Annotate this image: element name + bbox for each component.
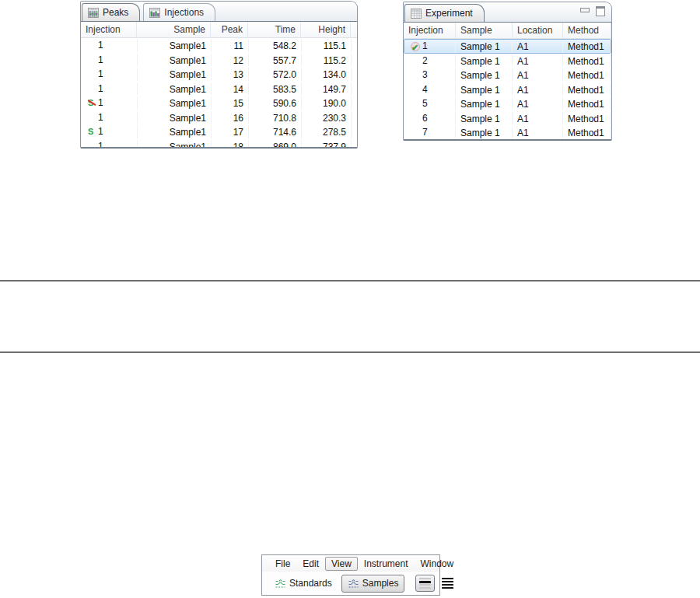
toolbar: Standards Samples bbox=[262, 572, 439, 595]
injection-value: 1 bbox=[98, 111, 103, 124]
standard-marker-icon bbox=[88, 40, 98, 51]
cell-filler bbox=[352, 96, 358, 110]
table-row[interactable]: 1 Sample1 17 714.6 278.5 bbox=[81, 124, 357, 139]
cell-sample: Sample 1 bbox=[456, 83, 513, 96]
injection-value: 1 bbox=[98, 68, 103, 81]
table-row[interactable]: 1 Sample1 15 590.6 190.0 bbox=[81, 96, 357, 110]
cell-injection: 1 bbox=[82, 54, 138, 67]
cell-filler bbox=[352, 125, 358, 138]
green-check-circle-icon bbox=[410, 54, 422, 66]
standard-marker-icon bbox=[88, 54, 98, 65]
cell-filler bbox=[352, 68, 358, 81]
menu-item-file[interactable]: File bbox=[269, 557, 296, 571]
cell-height: 115.1 bbox=[302, 39, 352, 52]
table-row[interactable]: 1 Sample1 14 583.5 149.7 bbox=[81, 82, 357, 96]
single-trace-view-icon bbox=[419, 578, 431, 589]
experiment-table: Injection Sample Location Method 1 Sampl… bbox=[404, 23, 611, 140]
column-header-method[interactable]: Method bbox=[563, 23, 611, 38]
standard-marker-icon bbox=[88, 97, 98, 108]
single-trace-view-button[interactable] bbox=[415, 575, 435, 592]
maximize-icon[interactable] bbox=[596, 6, 605, 16]
table-row[interactable]: 1 Sample1 12 557.7 115.2 bbox=[81, 53, 357, 68]
stacked-traces-view-button[interactable] bbox=[438, 575, 457, 593]
table-row[interactable]: 1 Sample1 13 572.0 134.0 bbox=[81, 67, 357, 82]
standards-button-label: Standards bbox=[289, 578, 332, 589]
cell-injection: 1 bbox=[82, 125, 138, 138]
column-header-sample[interactable]: Sample bbox=[137, 22, 211, 37]
table-row[interactable]: 7 Sample 1 A1 Method1 bbox=[404, 125, 611, 140]
table-row[interactable]: 6 Sample 1 A1 Method1 bbox=[404, 111, 611, 126]
tab-experiment-label: Experiment bbox=[425, 8, 473, 19]
samples-button-label: Samples bbox=[362, 578, 399, 589]
standard-marker-icon bbox=[88, 112, 98, 123]
column-header-sample[interactable]: Sample bbox=[456, 23, 513, 38]
cell-injection: 5 bbox=[404, 97, 456, 110]
column-header-injection[interactable]: Injection bbox=[81, 22, 137, 37]
cell-sample: Sample 1 bbox=[456, 126, 513, 139]
experiment-panel: Experiment Injection Sample Location Met… bbox=[403, 2, 612, 141]
cell-sample: Sample 1 bbox=[456, 112, 513, 125]
tab-injections[interactable]: Injections bbox=[143, 3, 215, 21]
standards-toggle-button[interactable]: Standards bbox=[268, 575, 338, 593]
cell-location: A1 bbox=[513, 40, 563, 53]
cell-injection: 1 bbox=[82, 82, 138, 96]
injection-value: 5 bbox=[422, 97, 428, 110]
green-check-circle-icon bbox=[410, 69, 422, 81]
cell-injection: 6 bbox=[404, 112, 456, 125]
samples-toggle-button[interactable]: Samples bbox=[341, 575, 405, 593]
menu-item-window[interactable]: Window bbox=[415, 557, 460, 571]
cell-method: Method1 bbox=[563, 54, 611, 68]
cell-sample: Sample1 bbox=[138, 54, 212, 67]
green-check-circle-icon bbox=[410, 127, 422, 138]
cell-location: A1 bbox=[513, 68, 563, 82]
column-header-injection[interactable]: Injection bbox=[404, 23, 456, 38]
column-header-peak[interactable]: Peak bbox=[211, 22, 248, 37]
table-grid-icon bbox=[88, 8, 99, 18]
cell-sample: Sample1 bbox=[138, 111, 212, 124]
cell-injection: 7 bbox=[404, 126, 456, 139]
injection-value: 2 bbox=[422, 54, 428, 68]
stacked-traces-view-icon bbox=[442, 578, 453, 589]
cell-time: 583.5 bbox=[249, 82, 302, 96]
minimize-icon[interactable] bbox=[580, 8, 590, 12]
table-row[interactable]: 1 Sample1 11 548.2 115.1 bbox=[81, 38, 357, 53]
cell-sample: Sample1 bbox=[138, 96, 212, 110]
cell-height: 278.5 bbox=[302, 125, 352, 138]
cell-injection: 1 bbox=[404, 40, 456, 53]
tab-peaks[interactable]: Peaks bbox=[82, 3, 140, 21]
table-row[interactable]: 4 Sample 1 A1 Method1 bbox=[404, 82, 611, 97]
table-row[interactable]: 1 Sample1 16 710.8 230.3 bbox=[81, 110, 357, 125]
cell-injection: 4 bbox=[404, 83, 456, 96]
cell-sample: Sample1 bbox=[138, 82, 212, 96]
peaks-table-body: 1 Sample1 11 548.2 115.1 1 Sample1 12 bbox=[81, 38, 357, 149]
tab-experiment[interactable]: Experiment bbox=[404, 4, 485, 22]
injection-value: 6 bbox=[422, 112, 428, 125]
cell-method: Method1 bbox=[563, 40, 611, 53]
cell-method: Method1 bbox=[563, 126, 611, 139]
cell-injection: 1 bbox=[82, 140, 138, 149]
cell-height: 149.7 bbox=[302, 82, 352, 96]
menu-item-edit[interactable]: Edit bbox=[296, 557, 325, 571]
table-row[interactable]: 1 Sample1 18 869.0 737.9 bbox=[81, 139, 357, 149]
column-header-location[interactable]: Location bbox=[513, 23, 563, 38]
panel-window-buttons bbox=[580, 6, 605, 16]
table-row[interactable]: 1 Sample 1 A1 Method1 bbox=[404, 39, 611, 54]
cell-sample: Sample 1 bbox=[456, 68, 513, 82]
table-row[interactable]: 3 Sample 1 A1 Method1 bbox=[404, 68, 611, 82]
injection-value: 1 bbox=[98, 96, 103, 110]
menu-item-instrument[interactable]: Instrument bbox=[358, 557, 415, 571]
green-check-circle-icon bbox=[410, 112, 422, 124]
injection-value: 3 bbox=[422, 68, 428, 82]
menu-item-view[interactable]: View bbox=[325, 557, 358, 571]
column-header-time[interactable]: Time bbox=[248, 22, 301, 37]
injection-value: 1 bbox=[98, 125, 103, 138]
table-row[interactable]: 5 Sample 1 A1 Method1 bbox=[404, 96, 611, 111]
cell-filler bbox=[352, 54, 358, 67]
injection-value: 1 bbox=[422, 40, 428, 53]
table-grid-icon bbox=[149, 8, 160, 18]
table-row[interactable]: 2 Sample 1 A1 Method1 bbox=[404, 54, 611, 68]
column-header-height[interactable]: Height bbox=[301, 22, 351, 37]
tab-injections-label: Injections bbox=[164, 7, 204, 18]
cell-sample: Sample1 bbox=[138, 125, 212, 138]
cell-injection: 1 bbox=[82, 96, 138, 110]
